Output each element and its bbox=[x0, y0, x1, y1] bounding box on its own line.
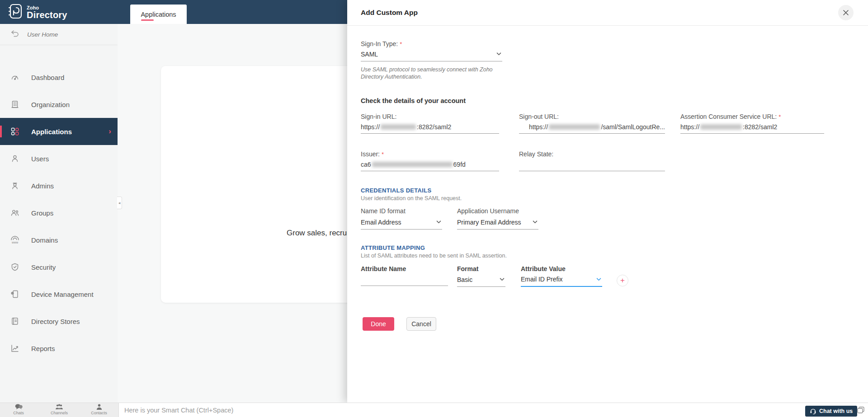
sidebar-item-user-home[interactable]: User Home bbox=[0, 24, 118, 45]
acs-url-label: Assertion Consumer Service URL:* bbox=[680, 113, 781, 120]
add-custom-app-drawer: Add Custom App Sign-In Type:* SAML Use S… bbox=[347, 0, 868, 403]
sidebar: User Home Dashboard Organization bbox=[0, 24, 118, 403]
device-management-icon bbox=[10, 289, 20, 299]
chevron-down-icon bbox=[436, 220, 441, 224]
redacted-text bbox=[372, 162, 453, 167]
back-arrow-icon bbox=[11, 30, 19, 39]
domains-globe-icon: www bbox=[10, 235, 20, 245]
brand-directory: Directory bbox=[27, 10, 67, 20]
name-id-format-select[interactable]: Email Address bbox=[361, 215, 442, 230]
contacts-icon bbox=[96, 404, 102, 410]
directory-book-icon bbox=[7, 3, 23, 21]
chat-shortcuts-panel: Chats Channels Contacts bbox=[0, 403, 119, 417]
url-prefix: https:// bbox=[529, 123, 548, 131]
sidebar-item-admins[interactable]: Admins bbox=[0, 172, 118, 199]
redacted-text bbox=[549, 124, 600, 130]
application-username-label: Application Username bbox=[457, 207, 519, 215]
headset-icon bbox=[810, 408, 816, 415]
chat-with-us-button[interactable]: Chat with us bbox=[805, 406, 857, 417]
redacted-text bbox=[381, 124, 416, 130]
sidebar-label: Groups bbox=[31, 209, 53, 217]
sidebar-item-security[interactable]: Security bbox=[0, 253, 118, 281]
sign-out-url-label: Sign-out URL: bbox=[519, 113, 559, 120]
attribute-value-value: Email ID Prefix bbox=[521, 276, 563, 283]
close-icon bbox=[843, 9, 849, 16]
required-asterisk: * bbox=[382, 151, 384, 158]
sidebar-label: Security bbox=[31, 263, 56, 271]
issuer-label-text: Issuer: bbox=[361, 150, 380, 158]
chats-icon bbox=[15, 404, 23, 410]
svg-text:www: www bbox=[11, 241, 18, 244]
required-asterisk: * bbox=[400, 41, 402, 47]
sidebar-item-applications[interactable]: Applications › bbox=[0, 118, 118, 145]
smart-chat-input[interactable] bbox=[119, 403, 752, 417]
url-suffix: :8282/saml2 bbox=[743, 123, 777, 131]
cancel-button[interactable]: Cancel bbox=[406, 317, 436, 331]
url-prefix: https:// bbox=[361, 123, 380, 131]
sign-in-type-label-text: Sign-In Type: bbox=[361, 40, 398, 47]
relay-state-label: Relay State: bbox=[519, 150, 553, 158]
sidebar-collapse-handle[interactable]: ◂ bbox=[117, 197, 122, 209]
application-username-select[interactable]: Primary Email Address bbox=[457, 215, 538, 230]
sign-in-url-label: Sign-in URL: bbox=[361, 113, 396, 120]
done-button[interactable]: Done bbox=[363, 317, 394, 331]
sign-in-url-input[interactable]: https://:8282/saml2 bbox=[361, 120, 499, 134]
attribute-name-column-label: Attribute Name bbox=[361, 265, 406, 272]
chevron-down-icon bbox=[533, 220, 538, 224]
sidebar-label: Dashboard bbox=[31, 74, 64, 81]
sidebar-item-groups[interactable]: Groups bbox=[0, 199, 118, 226]
format-select[interactable]: Basic bbox=[457, 272, 505, 287]
sidebar-item-dashboard[interactable]: Dashboard bbox=[0, 64, 118, 91]
app-root: Zoho Directory Applications User Home bbox=[0, 0, 868, 417]
minimized-windows-icon[interactable] bbox=[857, 407, 864, 415]
sidebar-item-reports[interactable]: Reports bbox=[0, 335, 118, 362]
url-prefix: https:// bbox=[680, 123, 699, 131]
issuer-prefix: ca6 bbox=[361, 161, 371, 168]
sign-in-type-select[interactable]: SAML bbox=[361, 47, 502, 61]
sign-in-type-label: Sign-In Type:* bbox=[361, 40, 402, 47]
url-suffix: /saml/SamlLogoutRe... bbox=[601, 123, 665, 131]
issuer-input[interactable]: ca669fd bbox=[361, 158, 499, 171]
channels-label: Channels bbox=[43, 411, 75, 415]
sidebar-item-organization[interactable]: Organization bbox=[0, 91, 118, 118]
bottom-chat-bar: Chats Channels Contacts bbox=[0, 403, 868, 417]
sign-in-type-help: Use SAML protocol to seamlessly connect … bbox=[361, 66, 496, 80]
sidebar-label: Directory Stores bbox=[31, 318, 80, 325]
channels-button[interactable]: Channels bbox=[43, 403, 75, 415]
url-suffix: :8282/saml2 bbox=[417, 123, 451, 131]
attribute-value-select[interactable]: Email ID Prefix bbox=[521, 272, 602, 287]
zoho-directory-logo[interactable]: Zoho Directory bbox=[7, 3, 67, 21]
tab-applications[interactable]: Applications bbox=[130, 5, 187, 24]
sidebar-item-device-management[interactable]: Device Management bbox=[0, 281, 118, 308]
background-partial-text: Grow sales, recruit bbox=[287, 229, 351, 238]
sign-in-type-value: SAML bbox=[361, 51, 378, 58]
brand-zoho: Zoho bbox=[27, 5, 67, 10]
chevron-right-icon: › bbox=[108, 127, 111, 136]
chat-with-us-label: Chat with us bbox=[819, 408, 853, 414]
add-attribute-row-button[interactable]: + bbox=[617, 275, 628, 286]
contacts-label: Contacts bbox=[83, 411, 115, 415]
dashboard-icon bbox=[10, 72, 20, 82]
drawer-header: Add Custom App bbox=[347, 0, 868, 26]
active-indicator-bar bbox=[0, 126, 2, 137]
sidebar-user-home-label: User Home bbox=[27, 31, 58, 38]
acs-url-label-text: Assertion Consumer Service URL: bbox=[680, 113, 777, 120]
close-button[interactable] bbox=[838, 5, 854, 20]
chats-label: Chats bbox=[3, 411, 34, 415]
application-username-value: Primary Email Address bbox=[457, 219, 521, 226]
format-column-label: Format bbox=[457, 265, 478, 272]
sidebar-label: Domains bbox=[31, 236, 58, 244]
sidebar-item-users[interactable]: Users bbox=[0, 145, 118, 172]
channels-icon bbox=[55, 404, 63, 410]
required-asterisk: * bbox=[778, 113, 781, 120]
contacts-button[interactable]: Contacts bbox=[83, 403, 115, 415]
relay-state-input[interactable] bbox=[519, 158, 665, 171]
reports-icon bbox=[10, 343, 20, 353]
sign-out-url-input[interactable]: https:///saml/SamlLogoutRe... bbox=[519, 120, 665, 134]
issuer-label: Issuer:* bbox=[361, 150, 384, 158]
sidebar-item-directory-stores[interactable]: Directory Stores bbox=[0, 308, 118, 335]
chats-button[interactable]: Chats bbox=[3, 403, 34, 415]
attribute-name-input[interactable] bbox=[361, 272, 448, 286]
acs-url-input[interactable]: https://:8282/saml2 bbox=[680, 120, 824, 134]
sidebar-item-domains[interactable]: www Domains bbox=[0, 226, 118, 253]
